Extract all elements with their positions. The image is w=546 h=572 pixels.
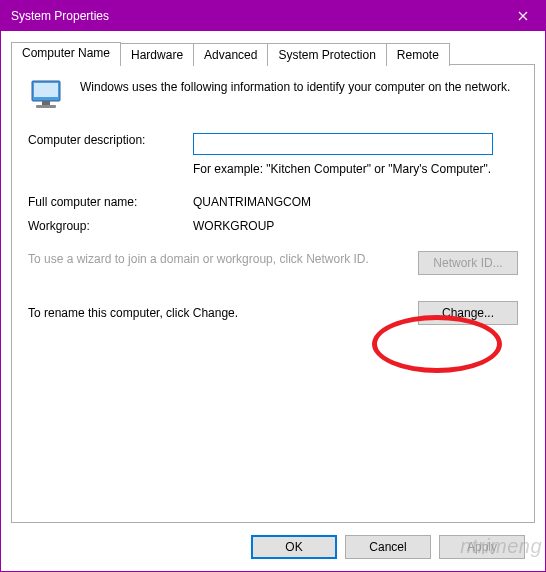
dialog-buttons: OK Cancel Apply [11,523,535,571]
rename-section: To rename this computer, click Change. C… [28,301,518,325]
tab-panel-computer-name: Windows uses the following information t… [11,64,535,523]
workgroup-label: Workgroup: [28,219,193,233]
description-row: Computer description: [28,133,518,155]
tab-hardware[interactable]: Hardware [120,43,194,66]
apply-button: Apply [439,535,525,559]
tab-advanced[interactable]: Advanced [193,43,268,66]
cancel-button[interactable]: Cancel [345,535,431,559]
close-icon [518,11,528,21]
change-button[interactable]: Change... [418,301,518,325]
intro-text: Windows uses the following information t… [80,79,510,115]
rename-text: To rename this computer, click Change. [28,306,418,320]
workgroup-value: WORKGROUP [193,219,518,233]
workgroup-row: Workgroup: WORKGROUP [28,219,518,233]
svg-rect-3 [36,105,56,108]
tab-remote[interactable]: Remote [386,43,450,66]
titlebar: System Properties [1,1,545,31]
svg-rect-2 [42,101,50,105]
tabs-row: Computer Name Hardware Advanced System P… [11,41,535,64]
tab-system-protection[interactable]: System Protection [267,43,386,66]
content-area: Computer Name Hardware Advanced System P… [1,31,545,571]
wizard-section: To use a wizard to join a domain or work… [28,251,518,275]
intro-row: Windows uses the following information t… [28,79,518,115]
computer-icon [28,79,68,115]
wizard-text: To use a wizard to join a domain or work… [28,251,418,267]
tab-computer-name[interactable]: Computer Name [11,42,121,65]
network-id-button: Network ID... [418,251,518,275]
full-name-row: Full computer name: QUANTRIMANGCOM [28,195,518,209]
close-button[interactable] [500,1,545,31]
description-label: Computer description: [28,133,193,155]
system-properties-window: System Properties Computer Name Hardware… [0,0,546,572]
full-name-value: QUANTRIMANGCOM [193,195,518,209]
ok-button[interactable]: OK [251,535,337,559]
full-name-label: Full computer name: [28,195,193,209]
svg-rect-1 [34,83,58,97]
description-input[interactable] [193,133,493,155]
window-title: System Properties [11,9,500,23]
description-example: For example: "Kitchen Computer" or "Mary… [193,161,518,177]
